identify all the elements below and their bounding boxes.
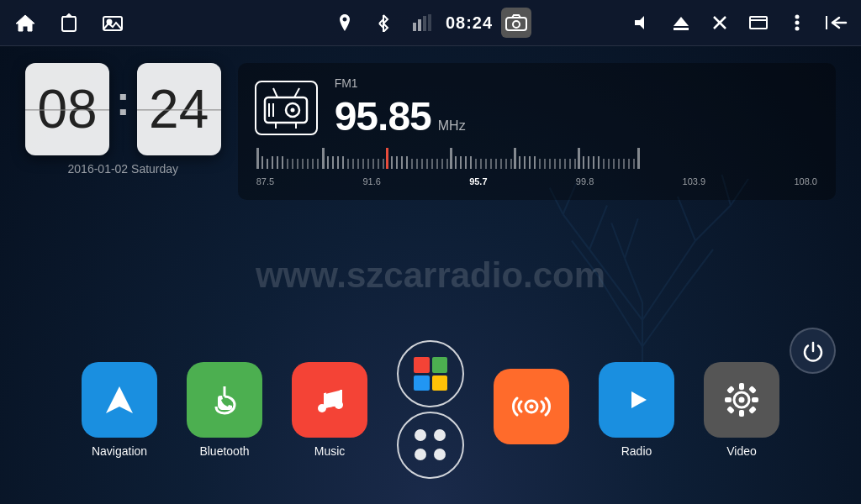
bluetooth-label: Bluetooth bbox=[199, 444, 249, 458]
svg-rect-122 bbox=[613, 159, 615, 169]
svg-rect-126 bbox=[633, 159, 635, 169]
svg-rect-102 bbox=[441, 159, 443, 169]
svg-rect-138 bbox=[739, 410, 744, 417]
freq-display: 95.85 MHz bbox=[335, 93, 466, 139]
svg-rect-110 bbox=[505, 159, 507, 169]
svg-rect-94 bbox=[378, 159, 379, 169]
svg-rect-86 bbox=[312, 159, 314, 169]
svg-rect-78 bbox=[593, 156, 594, 169]
fm-band: FM1 bbox=[335, 76, 466, 90]
app-item-more-stack bbox=[397, 340, 464, 479]
svg-rect-137 bbox=[739, 383, 744, 390]
svg-rect-125 bbox=[628, 159, 630, 169]
svg-rect-75 bbox=[578, 148, 580, 169]
svg-rect-84 bbox=[302, 159, 304, 169]
more-icon bbox=[397, 412, 464, 479]
bluetooth-app-icon bbox=[187, 362, 262, 438]
svg-rect-59 bbox=[342, 156, 344, 169]
svg-rect-82 bbox=[292, 159, 293, 169]
radio-widget[interactable]: FM1 95.85 MHz bbox=[238, 63, 836, 200]
svg-rect-101 bbox=[436, 159, 438, 169]
svg-rect-141 bbox=[726, 386, 735, 394]
back-button[interactable] bbox=[821, 8, 851, 38]
gallery-icon[interactable] bbox=[98, 8, 128, 38]
svg-rect-121 bbox=[608, 159, 610, 169]
win-sq2 bbox=[432, 357, 448, 373]
svg-rect-53 bbox=[277, 156, 278, 169]
svg-point-29 bbox=[513, 21, 520, 28]
app-item-radio[interactable] bbox=[494, 369, 569, 451]
svg-point-44 bbox=[291, 108, 295, 113]
svg-rect-130 bbox=[324, 393, 325, 408]
svg-marker-31 bbox=[673, 17, 689, 26]
windows-icon bbox=[397, 340, 464, 407]
svg-rect-68 bbox=[465, 156, 467, 169]
status-bar: 08:24 bbox=[0, 0, 861, 46]
app-item-navigation[interactable]: Navigation bbox=[82, 362, 157, 458]
signal-icon bbox=[407, 8, 437, 38]
svg-rect-67 bbox=[460, 156, 462, 169]
svg-rect-19 bbox=[62, 17, 76, 31]
menu-icon[interactable] bbox=[782, 8, 812, 38]
clock-hours: 08 bbox=[25, 63, 109, 155]
svg-rect-124 bbox=[623, 159, 625, 169]
svg-rect-98 bbox=[421, 159, 423, 169]
app-item-more[interactable] bbox=[397, 412, 464, 479]
svg-rect-73 bbox=[529, 156, 531, 169]
svg-marker-134 bbox=[631, 391, 647, 408]
svg-rect-105 bbox=[480, 159, 482, 169]
windows-logo bbox=[414, 357, 447, 391]
location-icon bbox=[330, 8, 360, 38]
power-button[interactable] bbox=[790, 328, 836, 374]
svg-rect-25 bbox=[418, 19, 421, 31]
camera-button[interactable] bbox=[501, 8, 531, 38]
close-icon[interactable] bbox=[705, 8, 735, 38]
svg-rect-111 bbox=[510, 159, 512, 169]
dot2 bbox=[434, 429, 446, 441]
clock-date: 2016-01-02 Saturday bbox=[68, 162, 179, 176]
svg-rect-87 bbox=[317, 159, 319, 169]
svg-rect-100 bbox=[431, 159, 433, 169]
svg-rect-66 bbox=[455, 156, 457, 169]
svg-rect-118 bbox=[569, 159, 571, 169]
svg-rect-64 bbox=[406, 156, 408, 169]
clock-time: 08:24 bbox=[446, 13, 493, 33]
app-item-settings[interactable]: Video bbox=[704, 362, 779, 458]
svg-rect-85 bbox=[307, 159, 309, 169]
svg-rect-57 bbox=[332, 156, 334, 169]
svg-rect-108 bbox=[495, 159, 497, 169]
svg-rect-88 bbox=[347, 159, 349, 169]
svg-rect-109 bbox=[500, 159, 502, 169]
flip-clock: 08 : 24 bbox=[25, 63, 221, 155]
svg-rect-51 bbox=[267, 159, 268, 169]
home-button[interactable] bbox=[10, 8, 40, 38]
svg-rect-142 bbox=[748, 386, 757, 394]
eject-icon[interactable] bbox=[666, 8, 696, 38]
svg-rect-35 bbox=[750, 17, 767, 29]
svg-rect-139 bbox=[725, 397, 732, 402]
svg-point-39 bbox=[795, 27, 800, 31]
svg-rect-91 bbox=[362, 159, 364, 169]
clock-minutes: 24 bbox=[137, 63, 221, 155]
clock-widget: 08 : 24 2016-01-02 Saturday bbox=[25, 63, 221, 176]
dot1 bbox=[415, 429, 426, 441]
svg-rect-81 bbox=[287, 159, 288, 169]
win-sq3 bbox=[414, 375, 430, 391]
freq-labels: 87.5 91.6 95.7 99.8 103.9 108.0 bbox=[255, 176, 819, 186]
app-item-windows[interactable] bbox=[397, 340, 464, 407]
app-item-music[interactable]: Music bbox=[292, 362, 367, 458]
svg-rect-93 bbox=[372, 159, 374, 169]
svg-rect-63 bbox=[401, 156, 403, 169]
app-item-video[interactable]: Radio bbox=[599, 362, 674, 458]
svg-rect-49 bbox=[256, 148, 259, 169]
svg-rect-119 bbox=[574, 159, 576, 169]
app-item-bluetooth[interactable]: Bluetooth bbox=[187, 362, 262, 458]
freq-bars bbox=[255, 148, 819, 173]
win-sq1 bbox=[414, 357, 430, 373]
radio-info: FM1 95.85 MHz bbox=[335, 76, 466, 139]
svg-rect-115 bbox=[554, 159, 556, 169]
svg-marker-127 bbox=[106, 386, 133, 413]
window-icon[interactable] bbox=[743, 8, 774, 38]
four-dots bbox=[415, 429, 446, 461]
volume-icon[interactable] bbox=[627, 8, 658, 38]
